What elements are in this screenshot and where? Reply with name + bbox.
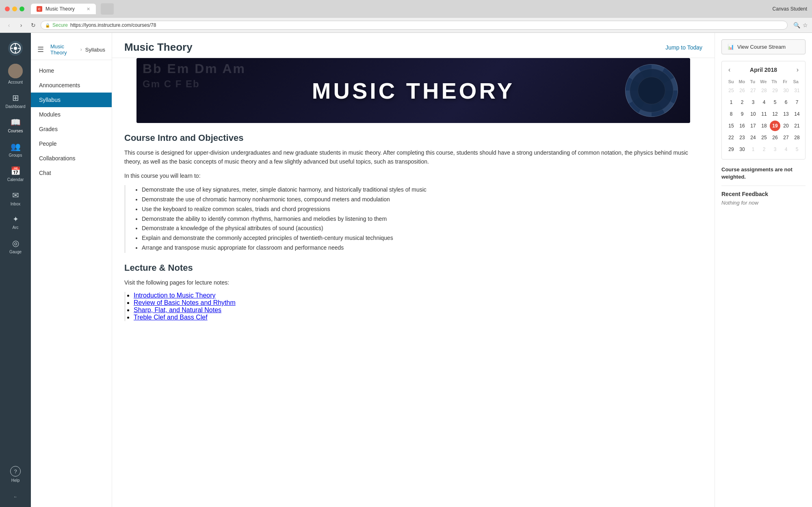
calendar-day[interactable]: 13 [781, 109, 791, 119]
view-course-stream-button[interactable]: 📊 View Course Stream [721, 39, 806, 54]
calendar-days-grid: 2526272829303112345678910111213141516171… [726, 85, 801, 155]
calendar-day[interactable]: 17 [748, 121, 758, 131]
calendar-day[interactable]: 2 [759, 144, 769, 155]
calendar-day[interactable]: 16 [737, 121, 747, 131]
arc-label: Arc [13, 225, 19, 230]
calendar-day[interactable]: 25 [759, 132, 769, 143]
calendar-day[interactable]: 10 [748, 109, 758, 119]
course-nav: ☰ Music Theory › Syllabus Home Announcem… [31, 33, 112, 507]
calendar-day[interactable]: 6 [781, 97, 791, 108]
calendar-day[interactable]: 27 [748, 85, 758, 96]
calendar-day[interactable]: 21 [792, 121, 802, 131]
calendar-day[interactable]: 3 [748, 97, 758, 108]
lecture-link[interactable]: Treble Clef and Bass Clef [134, 314, 208, 321]
nav-syllabus[interactable]: Syllabus [31, 93, 112, 107]
calendar-day[interactable]: 4 [781, 144, 791, 155]
dashboard-label: Dashboard [6, 104, 26, 109]
reload-button[interactable]: ↻ [28, 20, 38, 30]
nav-collaborations[interactable]: Collaborations [31, 151, 112, 166]
back-button[interactable]: ‹ [4, 20, 14, 30]
page-title: Music Theory [124, 41, 193, 54]
calendar-day-header: Fr [780, 78, 790, 85]
calendar-today[interactable]: 19 [770, 121, 780, 131]
calendar-day[interactable]: 26 [770, 132, 780, 143]
calendar-day-header: Th [769, 78, 780, 85]
nav-grades[interactable]: Grades [31, 122, 112, 136]
calendar-day[interactable]: 20 [781, 121, 791, 131]
nav-chat[interactable]: Chat [31, 166, 112, 180]
tab-close-button[interactable]: ✕ [87, 6, 90, 12]
calendar-day[interactable]: 18 [759, 121, 769, 131]
global-nav-item-groups[interactable]: 👥 Groups [0, 138, 31, 162]
address-bar[interactable]: 🔒 Secure https://lyons.instructure.com/c… [41, 21, 788, 30]
global-nav-item-dashboard[interactable]: ⊞ Dashboard [0, 89, 31, 113]
calendar-month: April 2018 [750, 67, 777, 73]
collapse-nav-button[interactable]: ← [0, 490, 31, 503]
breadcrumb-course-link[interactable]: Music Theory [50, 43, 77, 56]
minimize-dot[interactable] [12, 6, 17, 11]
nav-modules[interactable]: Modules [31, 107, 112, 122]
calendar-day[interactable]: 23 [737, 132, 747, 143]
global-nav-item-inbox[interactable]: ✉ Inbox [0, 186, 31, 211]
close-dot[interactable] [5, 6, 10, 11]
calendar-day[interactable]: 14 [792, 109, 802, 119]
top-bar: ☰ Music Theory › Syllabus [31, 39, 112, 60]
global-nav-item-gauge[interactable]: ◎ Gauge [0, 234, 31, 259]
calendar-day[interactable]: 1 [726, 97, 736, 108]
calendar-day[interactable]: 4 [759, 97, 769, 108]
forward-button[interactable]: › [16, 20, 26, 30]
global-nav-item-help[interactable]: ? Help [0, 462, 31, 487]
svg-point-1 [14, 47, 17, 50]
calendar-day[interactable]: 11 [759, 109, 769, 119]
calendar-day[interactable]: 2 [737, 97, 747, 108]
lecture-link[interactable]: Introduction to Music Theory [134, 292, 216, 299]
calendar-day[interactable]: 7 [792, 97, 802, 108]
calendar-day[interactable]: 1 [748, 144, 758, 155]
calendar-day[interactable]: 5 [792, 144, 802, 155]
maximize-dot[interactable] [19, 6, 24, 11]
calendar-day[interactable]: 28 [792, 132, 802, 143]
nav-announcements[interactable]: Announcements [31, 78, 112, 93]
objective-item: Explain and demonstrate the commonly acc… [142, 233, 702, 243]
learn-intro: In this course you will learn to: [124, 171, 702, 180]
calendar-day[interactable]: 28 [759, 85, 769, 96]
global-nav-item-calendar[interactable]: 📅 Calendar [0, 162, 31, 186]
calendar-day[interactable]: 25 [726, 85, 736, 96]
browser-tab[interactable]: C Music Theory ✕ [31, 4, 96, 14]
new-tab-button[interactable] [101, 3, 114, 15]
calendar-next-button[interactable]: › [794, 65, 801, 74]
nav-home[interactable]: Home [31, 63, 112, 78]
calendar-day[interactable]: 9 [737, 109, 747, 119]
calendar-day[interactable]: 30 [737, 144, 747, 155]
secure-label: Secure [52, 22, 68, 28]
jump-to-today-link[interactable]: Jump to Today [665, 44, 702, 51]
groups-label: Groups [9, 153, 22, 158]
view-stream-label: View Course Stream [737, 44, 786, 50]
menu-toggle-button[interactable]: ☰ [37, 45, 44, 54]
calendar-day[interactable]: 22 [726, 132, 736, 143]
calendar-day[interactable]: 27 [781, 132, 791, 143]
calendar-day[interactable]: 3 [770, 144, 780, 155]
objective-item: Demonstrate the ability to identify comm… [142, 214, 702, 224]
calendar-prev-button[interactable]: ‹ [726, 65, 733, 74]
nav-people[interactable]: People [31, 136, 112, 151]
calendar-day[interactable]: 24 [748, 132, 758, 143]
calendar-day[interactable]: 30 [781, 85, 791, 96]
calendar-day[interactable]: 29 [770, 85, 780, 96]
calendar-day[interactable]: 26 [737, 85, 747, 96]
global-nav-item-arc[interactable]: ✦ Arc [0, 211, 31, 234]
breadcrumb-current: Syllabus [85, 47, 105, 53]
objective-item: Demonstrate the use of chromatic harmony… [142, 195, 702, 205]
lecture-link[interactable]: Review of Basic Notes and Rhythm [134, 299, 236, 306]
calendar-day[interactable]: 29 [726, 144, 736, 155]
global-nav-item-courses[interactable]: 📖 Courses [0, 113, 31, 138]
calendar-day[interactable]: 8 [726, 109, 736, 119]
calendar-day[interactable]: 31 [792, 85, 802, 96]
tab-title: Music Theory [45, 6, 75, 12]
calendar-day[interactable]: 5 [770, 97, 780, 108]
content-body: Bb Em Dm Am Gm C F Eb MUSIC THEORY Cours… [112, 58, 715, 337]
calendar-day[interactable]: 12 [770, 109, 780, 119]
lecture-link[interactable]: Sharp, Flat, and Natural Notes [134, 306, 221, 313]
calendar-day[interactable]: 15 [726, 121, 736, 131]
global-nav-item-account[interactable]: Account [0, 60, 31, 89]
